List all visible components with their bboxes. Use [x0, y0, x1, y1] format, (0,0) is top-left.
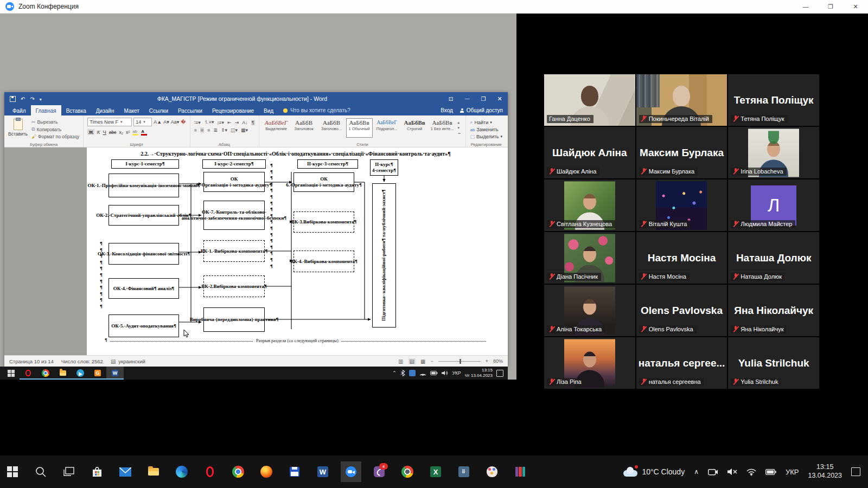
- taskbar-zoom-icon-active[interactable]: [344, 465, 358, 479]
- participant-tile[interactable]: Olens Pavlovska Olens Pavlovska: [636, 285, 727, 336]
- start-button[interactable]: [2, 367, 20, 380]
- weather-widget[interactable]: 10°C Cloudy: [623, 467, 685, 477]
- undo-icon[interactable]: [21, 96, 25, 102]
- taskbar-telegram-icon[interactable]: [72, 367, 89, 380]
- multilevel-icon[interactable]: ⁝≡▾: [217, 120, 224, 125]
- camera-tray-icon[interactable]: [708, 468, 718, 476]
- strikethrough-button[interactable]: abc: [109, 130, 117, 135]
- qat-customize-icon[interactable]: [40, 96, 42, 102]
- style-card[interactable]: АаБбВ Заголово...: [318, 118, 345, 138]
- taskbar-edge-icon[interactable]: [175, 465, 189, 479]
- change-case-icon[interactable]: Аа▾: [171, 119, 180, 125]
- word-close-button[interactable]: [492, 92, 508, 105]
- start-button[interactable]: [5, 465, 20, 479]
- taskbar-floppy-app-icon[interactable]: [288, 465, 302, 479]
- word-minimize-button[interactable]: [459, 92, 475, 105]
- sort-icon[interactable]: А↓: [242, 120, 248, 125]
- taskbar-opera-icon[interactable]: [203, 465, 217, 479]
- network-icon[interactable]: [419, 370, 426, 376]
- tell-me-box[interactable]: Что вы хотите сделать?: [278, 105, 355, 115]
- tab-view[interactable]: Вид: [259, 105, 278, 115]
- shading-icon[interactable]: ◫▾: [231, 127, 238, 133]
- participant-tile[interactable]: Тетяна Поліщук Тетяна Поліщук: [728, 74, 819, 126]
- participant-tile[interactable]: Yulia Strilchuk Yulia Strilchuk: [728, 337, 819, 389]
- action-center-icon[interactable]: [496, 370, 503, 377]
- style-card[interactable]: АаБбВ Заголовок: [291, 118, 317, 138]
- speaker-icon[interactable]: [442, 370, 449, 376]
- style-card[interactable]: АаБбВеГ Выделение: [263, 118, 290, 138]
- underline-button[interactable]: Ч: [103, 129, 106, 135]
- copy-button[interactable]: ⧉Копировать: [31, 126, 79, 132]
- align-center-icon[interactable]: ≡: [200, 127, 204, 133]
- italic-button[interactable]: К: [97, 129, 100, 135]
- document-page[interactable]: 2.2.→·Структурно-логічна·схема·ОП·спеціа…: [87, 147, 508, 355]
- participant-tile[interactable]: наталья сергее... наталья сергеевна: [636, 337, 727, 389]
- taskbar-file-explorer-icon[interactable]: [54, 367, 72, 380]
- participant-tile[interactable]: Покиньчереда Віталій: [636, 74, 727, 126]
- tab-references[interactable]: Ссылки: [144, 105, 173, 115]
- share-button[interactable]: Общий доступ: [460, 107, 503, 113]
- taskbar-chrome-icon[interactable]: [37, 367, 54, 380]
- taskbar-g-app-icon[interactable]: G: [89, 367, 106, 380]
- tab-review[interactable]: Рецензирование: [207, 105, 259, 115]
- tab-file[interactable]: Файл: [8, 105, 31, 115]
- style-card[interactable]: АаБбВеГ Подзагол...: [374, 118, 400, 138]
- task-view-button[interactable]: [62, 465, 76, 479]
- zoom-slider[interactable]: [438, 361, 481, 362]
- close-button[interactable]: ✕: [843, 0, 868, 13]
- taskbar-chrome-icon[interactable]: [231, 465, 245, 479]
- app-tray-icon[interactable]: [409, 370, 416, 376]
- participant-tile[interactable]: Наташа Долюк Наташа Долюк: [728, 232, 819, 284]
- word-count[interactable]: Число слов: 2562: [61, 358, 103, 364]
- tab-design[interactable]: Дизайн: [91, 105, 119, 115]
- participant-tile[interactable]: Настя Мосіна Настя Мосіна: [636, 232, 727, 284]
- save-icon[interactable]: [10, 96, 16, 102]
- taskbar-word-icon[interactable]: W: [316, 465, 330, 479]
- bullets-icon[interactable]: ∶≡▾: [194, 120, 201, 125]
- styles-up-icon[interactable]: ▴: [458, 120, 461, 125]
- replace-button[interactable]: abЗаменить: [470, 127, 502, 132]
- highlight-color-button[interactable]: ab: [132, 129, 138, 135]
- style-card-selected[interactable]: АаБбВв 1 Обычный: [346, 118, 373, 138]
- taskbar-firefox-icon[interactable]: [259, 465, 273, 479]
- bluetooth-icon[interactable]: [400, 370, 405, 376]
- sign-in-link[interactable]: Вход: [441, 107, 453, 113]
- tab-home[interactable]: Главная: [31, 105, 61, 115]
- font-name-select[interactable]: Times New F▾: [87, 118, 132, 126]
- justify-icon[interactable]: ≣: [213, 127, 218, 133]
- taskbar-winrar-icon[interactable]: [513, 465, 527, 479]
- search-button[interactable]: [34, 465, 48, 479]
- web-layout-icon[interactable]: ▦: [420, 358, 425, 364]
- taskbar-opera-icon[interactable]: [20, 367, 37, 380]
- taskbar-calculator-icon[interactable]: ⠿: [457, 465, 471, 479]
- outdent-icon[interactable]: ⇤: [227, 120, 232, 125]
- style-card[interactable]: АаБбВв Строгий: [401, 118, 428, 138]
- ribbon-options-button[interactable]: [443, 92, 459, 105]
- clock[interactable]: 13:15 Чт 13.04.2023: [465, 368, 493, 378]
- line-spacing-icon[interactable]: ⇕▾: [221, 127, 227, 133]
- participant-tile[interactable]: Irina Lobacheva: [728, 127, 819, 178]
- taskbar-word-icon[interactable]: W: [106, 367, 124, 380]
- tray-expand-icon[interactable]: ⌃: [392, 370, 397, 376]
- font-color-button[interactable]: А: [141, 129, 147, 135]
- pilcrow-icon[interactable]: ¶: [251, 120, 255, 125]
- grow-font-icon[interactable]: А▲: [154, 119, 162, 125]
- participant-tile[interactable]: Л Людмила Майстер: [728, 179, 819, 231]
- speaker-muted-icon[interactable]: [727, 468, 737, 476]
- clear-format-icon[interactable]: �: [181, 119, 186, 125]
- taskbar-store-icon[interactable]: [90, 465, 104, 479]
- bold-button[interactable]: Ж: [87, 129, 94, 135]
- select-button[interactable]: ⬚Выделить▾: [470, 134, 502, 139]
- clock[interactable]: 13:15 13.04.2023: [808, 463, 842, 480]
- indent-icon[interactable]: ⇥: [235, 120, 239, 125]
- taskbar-paint-icon[interactable]: [485, 465, 499, 479]
- align-left-icon[interactable]: ≡: [194, 127, 197, 133]
- minimize-button[interactable]: —: [793, 0, 818, 13]
- taskbar-excel-icon[interactable]: X: [429, 465, 443, 479]
- shrink-font-icon[interactable]: А▾: [163, 119, 169, 125]
- redo-icon[interactable]: [30, 96, 34, 102]
- align-right-icon[interactable]: ≡: [207, 127, 210, 133]
- font-size-select[interactable]: 14▾: [133, 118, 152, 126]
- participant-tile[interactable]: Ліза Ріпа: [544, 337, 635, 389]
- tab-layout[interactable]: Макет: [119, 105, 144, 115]
